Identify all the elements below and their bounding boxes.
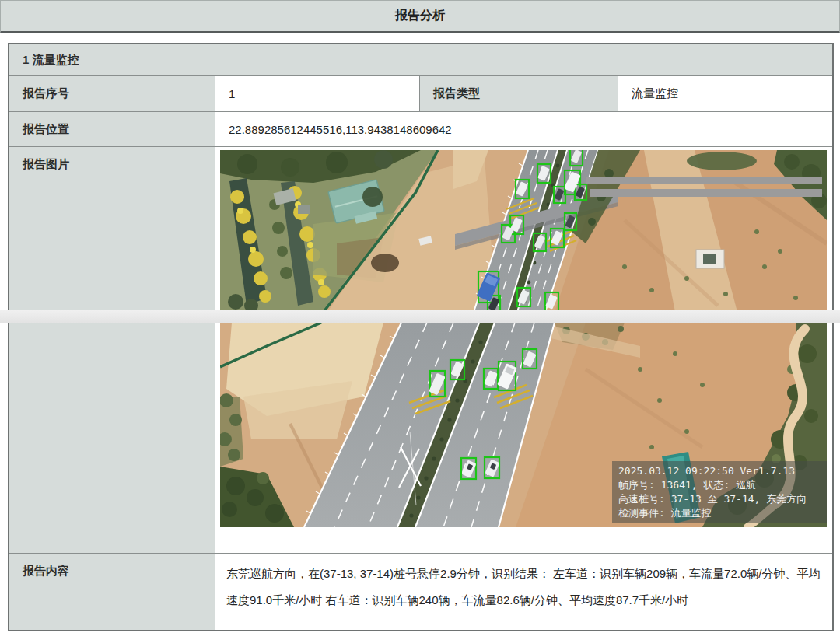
report-number-label: 报告序号 <box>9 76 215 112</box>
section-title: 1 流量监控 <box>9 44 832 76</box>
watermark-frame-status: 帧序号: 13641, 状态: 巡航 <box>618 478 821 492</box>
screenshot-seam-band <box>0 310 840 323</box>
report-type-value: 流量监控 <box>618 76 832 112</box>
report-location-value: 22.889285612445516,113.9438148609642 <box>215 112 832 147</box>
report-content-label: 报告内容 <box>9 554 215 630</box>
watermark-event: 检测事件: 流量监控 <box>618 506 821 520</box>
report-photo-upper <box>220 150 827 312</box>
report-type-label: 报告类型 <box>420 76 618 112</box>
report-content-value: 东莞巡航方向，在(37-13, 37-14)桩号悬停2.9分钟，识别结果： 左车… <box>215 554 832 630</box>
watermark-timestamp: 2025.03.12 09:22:50 Ver1.7.13 <box>618 464 821 478</box>
report-location-label: 报告位置 <box>9 112 215 147</box>
report-analysis-page: 报告分析 1 流量监控 报告序号 1 报告类型 流量监控 报告位置 22.889… <box>0 0 840 633</box>
page-title: 报告分析 <box>395 8 445 24</box>
video-watermark: 2025.03.12 09:22:50 Ver1.7.13 帧序号: 13641… <box>612 461 827 523</box>
report-image-label: 报告图片 <box>9 147 215 554</box>
page-header: 报告分析 <box>0 0 840 33</box>
report-number-value: 1 <box>215 76 420 112</box>
watermark-stake-range: 高速桩号: 37-13 至 37-14, 东莞方向 <box>618 492 821 506</box>
